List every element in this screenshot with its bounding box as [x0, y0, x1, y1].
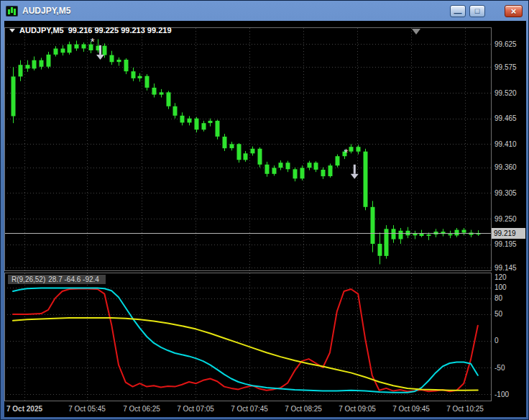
chart-symbol-label: AUDJPY,M5 — [19, 26, 64, 35]
minimize-icon: — — [454, 9, 462, 17]
indicator-label: R(9,26,52)28.7 -64.6 -92.4 — [8, 275, 106, 284]
close-icon: × — [511, 6, 517, 16]
maximize-icon: □ — [475, 7, 480, 15]
indicator-values: 28.7 -64.6 -92.4 — [48, 275, 99, 283]
chart-ohlc-label: AUDJPY,M5 99.216 99.225 99.213 99.219 — [9, 26, 172, 35]
mt4-window: AUDJPY,M5 — □ × **99.62599.57599.52099.4… — [0, 0, 529, 420]
window-controls: — □ × — [450, 5, 523, 17]
chart-window: **99.62599.57599.52099.46599.41099.36099… — [4, 21, 526, 417]
app-icon[interactable] — [6, 6, 18, 17]
window-title: AUDJPY,M5 — [22, 6, 450, 16]
time-axis[interactable] — [4, 401, 491, 417]
maximize-button[interactable]: □ — [469, 5, 485, 17]
titlebar[interactable]: AUDJPY,M5 — □ × — [1, 1, 528, 21]
chart-canvas[interactable]: **99.62599.57599.52099.46599.41099.36099… — [4, 21, 526, 417]
symbol-dropdown-icon[interactable] — [9, 29, 15, 32]
svg-text:*: * — [344, 146, 349, 158]
svg-text:*: * — [91, 35, 95, 47]
minimize-button[interactable]: — — [450, 5, 466, 17]
price-axis[interactable] — [492, 21, 526, 401]
panel-divider[interactable] — [4, 268, 491, 273]
close-button[interactable]: × — [505, 5, 523, 17]
indicator-name: R(9,26,52) — [12, 275, 45, 283]
chart-ohlc-values: 99.216 99.225 99.213 99.219 — [68, 26, 172, 35]
